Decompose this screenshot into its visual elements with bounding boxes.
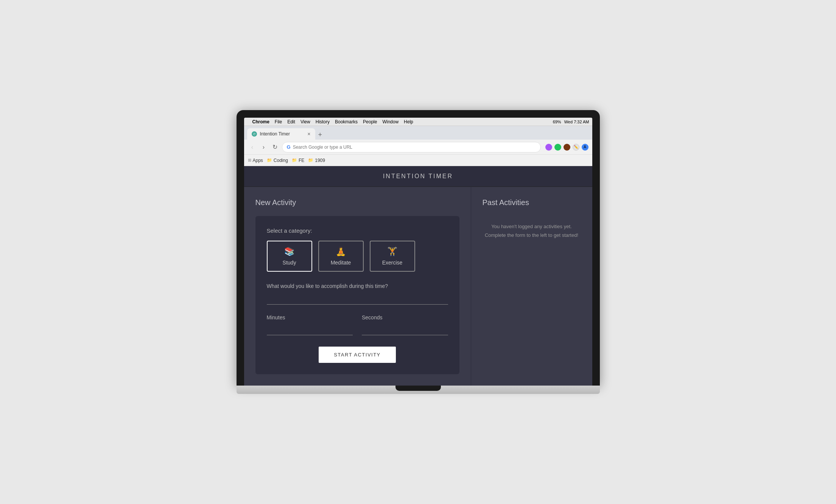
bookmark-fe-label: FE (299, 158, 304, 163)
screen-bezel: Chrome File Edit View History Bookmarks … (237, 110, 600, 386)
clock: Wed 7:32 AM (564, 120, 589, 124)
macbook-frame: Chrome File Edit View History Bookmarks … (237, 110, 600, 394)
past-activities-title: Past Activities (483, 198, 581, 207)
bookmark-apps-label: Apps (253, 158, 263, 163)
chrome-addressbar: ‹ › ↻ G Search Google or type a URL ✏️ A (244, 140, 592, 155)
extensions-area: ✏️ A (545, 144, 588, 151)
menu-view[interactable]: View (300, 119, 310, 124)
extension-profile[interactable]: A (582, 144, 588, 151)
menu-bookmarks[interactable]: Bookmarks (335, 119, 358, 124)
bookmark-apps[interactable]: ⊞ Apps (248, 158, 263, 163)
time-row: Minutes Seconds (267, 314, 448, 335)
macbook-bottom (237, 386, 600, 394)
app-body: New Activity Select a category: 📚 Study … (244, 187, 592, 386)
right-panel: Past Activities You haven't logged any a… (471, 187, 592, 386)
menu-file[interactable]: File (275, 119, 282, 124)
menu-history[interactable]: History (316, 119, 330, 124)
accomplish-label: What would you like to accomplish during… (267, 283, 448, 289)
bookmarks-bar: ⊞ Apps 📁 Coding 📁 FE 📁 1909 (244, 155, 592, 166)
meditate-icon: 🧘 (336, 247, 346, 257)
extension-brown[interactable] (564, 144, 570, 151)
accomplish-input[interactable] (267, 294, 448, 305)
category-exercise-button[interactable]: 🏋️ Exercise (370, 241, 415, 272)
menu-window[interactable]: Window (382, 119, 399, 124)
address-text: Search Google or type a URL (293, 145, 352, 150)
seconds-input[interactable] (362, 324, 448, 335)
app-container: INTENTION TIMER New Activity Select a ca… (244, 166, 592, 386)
menu-people[interactable]: People (363, 119, 377, 124)
form-card: Select a category: 📚 Study 🧘 Meditate (255, 216, 459, 374)
tab-title: Intention Timer (260, 131, 290, 137)
macos-menubar: Chrome File Edit View History Bookmarks … (244, 118, 592, 126)
folder-icon-coding: 📁 (267, 158, 272, 163)
close-tab-button[interactable]: × (307, 131, 310, 137)
minutes-label: Minutes (267, 314, 353, 320)
exercise-icon: 🏋️ (387, 247, 397, 257)
bookmark-coding-label: Coding (274, 158, 288, 163)
category-study-button[interactable]: 📚 Study (267, 241, 312, 272)
battery-status: 69% (553, 120, 561, 124)
study-label: Study (283, 260, 296, 266)
study-icon: 📚 (284, 247, 294, 257)
exercise-label: Exercise (382, 260, 403, 266)
past-activities-empty: You haven't logged any activities yet. C… (483, 222, 581, 240)
reload-button[interactable]: ↻ (271, 143, 280, 152)
meditate-label: Meditate (331, 260, 351, 266)
forward-button[interactable]: › (259, 143, 268, 152)
bookmark-coding[interactable]: 📁 Coding (267, 158, 288, 163)
seconds-label: Seconds (362, 314, 448, 320)
active-tab[interactable]: ⏱ Intention Timer × (247, 128, 315, 140)
folder-icon-fe: 📁 (292, 158, 297, 163)
macbook-notch (395, 386, 441, 391)
menu-edit[interactable]: Edit (287, 119, 295, 124)
apps-grid-icon: ⊞ (248, 158, 251, 163)
extension-purple[interactable] (545, 144, 552, 151)
menubar-right: 69% Wed 7:32 AM (553, 120, 589, 124)
minutes-input[interactable] (267, 324, 353, 335)
bookmark-1909-label: 1909 (315, 158, 325, 163)
minutes-field: Minutes (267, 314, 353, 335)
seconds-field: Seconds (362, 314, 448, 335)
address-bar[interactable]: G Search Google or type a URL (282, 142, 541, 152)
empty-line1: You haven't logged any activities yet. (491, 224, 571, 229)
extension-pencil[interactable]: ✏️ (573, 144, 579, 151)
tab-favicon-icon: ⏱ (252, 131, 257, 137)
new-activity-title: New Activity (255, 198, 459, 207)
back-button[interactable]: ‹ (248, 143, 257, 152)
menu-chrome[interactable]: Chrome (252, 119, 269, 124)
new-tab-button[interactable]: + (315, 131, 325, 139)
category-meditate-button[interactable]: 🧘 Meditate (318, 241, 364, 272)
bookmark-1909[interactable]: 📁 1909 (308, 158, 325, 163)
chrome-tabbar: ⏱ Intention Timer × + (244, 126, 592, 140)
menu-help[interactable]: Help (404, 119, 413, 124)
start-btn-row: START ACTIVITY (267, 347, 448, 363)
browser-window: Chrome File Edit View History Bookmarks … (244, 118, 592, 386)
bookmark-fe[interactable]: 📁 FE (292, 158, 304, 163)
start-activity-button[interactable]: START ACTIVITY (319, 347, 396, 363)
category-buttons-group: 📚 Study 🧘 Meditate 🏋️ Exercise (267, 241, 448, 272)
empty-line2: Complete the form to the left to get sta… (485, 232, 578, 238)
category-label: Select a category: (267, 227, 448, 234)
folder-icon-1909: 📁 (308, 158, 313, 163)
left-panel: New Activity Select a category: 📚 Study … (244, 187, 471, 386)
extension-green[interactable] (554, 144, 561, 151)
app-title: INTENTION TIMER (383, 173, 453, 179)
google-logo-icon: G (287, 144, 291, 150)
app-header: INTENTION TIMER (244, 166, 592, 187)
